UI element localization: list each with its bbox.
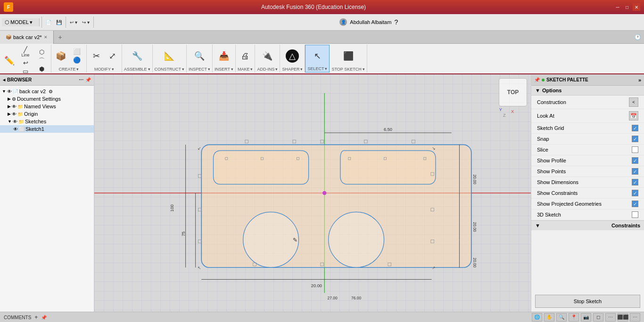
new-tab-button[interactable]: + <box>54 31 67 44</box>
sketch-3d-row[interactable]: 3D Sketch <box>531 209 644 220</box>
ribbon-btn-sketch-line[interactable]: ╱Line <box>18 46 33 58</box>
maximize-button[interactable]: □ <box>623 3 631 11</box>
help-icon[interactable]: ? <box>394 18 398 26</box>
ribbon-btn-insert[interactable]: 📥 <box>216 51 231 61</box>
ribbon-btn-create-extrude[interactable]: 📦 <box>53 51 68 61</box>
ribbon-btn-sketch-rect[interactable]: ▭ <box>18 67 33 74</box>
sketch-grid-row[interactable]: Sketch Grid <box>531 123 644 134</box>
ribbon-btn-shaper[interactable]: △ <box>284 48 301 64</box>
insert-dropdown-icon[interactable]: ▾ <box>231 67 233 72</box>
status-btn-8[interactable]: ⬛⬛ <box>618 313 628 322</box>
comments-pin-icon[interactable]: 📌 <box>41 315 47 320</box>
browser-menu-icon[interactable]: ⋯ <box>79 77 83 82</box>
profile-icon[interactable]: 👤 <box>339 18 347 26</box>
tree-visible-icon-4[interactable]: 👁 <box>12 112 17 117</box>
active-tab[interactable]: 📦 back car v2* ✕ <box>0 31 54 44</box>
show-constraints-row[interactable]: Show Constraints <box>531 188 644 199</box>
browser-pin-icon[interactable]: 📌 <box>85 77 91 82</box>
ribbon-btn-sketch-pencil[interactable]: ✏️ <box>2 56 17 66</box>
ribbon-btn-addins[interactable]: 🔌 <box>260 51 275 61</box>
tab-history-icon[interactable]: 🕐 <box>634 34 641 40</box>
tree-item-named-views[interactable]: ▶ 👁 📁 Named Views <box>0 103 94 110</box>
stop-sketch-dropdown-icon[interactable]: ▾ <box>363 67 365 72</box>
ribbon-btn-assemble[interactable]: 🔧 <box>130 51 145 61</box>
status-btn-7[interactable]: ⋯ <box>605 313 616 322</box>
tree-item-sketch1[interactable]: 👁 ⬜ Sketch1 <box>0 125 94 133</box>
tab-close-button[interactable]: ✕ <box>44 35 48 40</box>
show-constraints-checkbox[interactable] <box>632 190 638 196</box>
undo-button[interactable]: ↩ ▾ <box>68 16 79 29</box>
ribbon-btn-make[interactable]: 🖨 <box>238 51 253 61</box>
construct-dropdown-icon[interactable]: ▾ <box>182 67 184 72</box>
tree-settings-icon[interactable]: ⚙ <box>49 89 53 94</box>
show-profile-checkbox[interactable] <box>632 157 638 164</box>
status-btn-2[interactable]: ✋ <box>544 313 554 322</box>
status-btn-4[interactable]: 📍 <box>569 313 579 322</box>
options-section-header[interactable]: ▼ Options <box>531 86 644 96</box>
show-points-row[interactable]: Show Points <box>531 166 644 177</box>
nav-cube[interactable]: TOP <box>499 78 527 106</box>
snap-row[interactable]: Snap <box>531 134 644 145</box>
ribbon-btn-modify-move[interactable]: ⤢ <box>105 51 120 61</box>
inspect-dropdown-icon[interactable]: ▾ <box>208 67 210 72</box>
modify-dropdown-icon[interactable]: ▾ <box>112 67 114 72</box>
comments-add-icon[interactable]: + <box>34 314 38 321</box>
addins-dropdown-icon[interactable]: ▾ <box>275 67 278 72</box>
assemble-dropdown-icon[interactable]: ▾ <box>148 67 150 72</box>
slice-checkbox[interactable] <box>632 146 638 153</box>
ribbon-btn-modify-trim[interactable]: ✂ <box>89 51 104 61</box>
constraints-section-header[interactable]: ▼ Constraints <box>531 220 644 230</box>
construction-row[interactable]: Construction < <box>531 96 644 109</box>
shaper-dropdown-icon[interactable]: ▾ <box>300 67 303 72</box>
minimize-button[interactable]: ─ <box>614 3 621 11</box>
ribbon-btn-create-cyl[interactable]: 🔵 <box>69 56 84 64</box>
tree-item-doc-settings[interactable]: ▶ ⚙ Document Settings <box>0 95 94 103</box>
stop-sketch-button[interactable]: Stop Sketch <box>535 295 640 308</box>
ribbon-btn-sketch-poly[interactable]: ⬢ <box>34 65 49 73</box>
status-btn-6[interactable]: ◻ <box>593 313 603 322</box>
construction-arrow-btn[interactable]: < <box>629 97 638 107</box>
show-dimensions-checkbox[interactable] <box>632 179 638 185</box>
ribbon-btn-sketch-circle[interactable]: ⬡ <box>34 48 49 56</box>
look-at-row[interactable]: Look At 📅 <box>531 109 644 123</box>
status-btn-9[interactable]: ⋯ <box>630 313 640 322</box>
model-selector[interactable]: ⬡ MODEL ▾ <box>2 18 40 26</box>
status-btn-1[interactable]: 🌐 <box>532 313 542 322</box>
tree-item-root[interactable]: ▼ 👁 📄 back car v2 ⚙ <box>0 88 94 95</box>
ribbon-btn-inspect[interactable]: 🔍 <box>192 51 207 61</box>
tree-visible-icon-5[interactable]: 👁 <box>13 119 17 124</box>
palette-pin-icon[interactable]: 📌 <box>534 77 540 82</box>
browser-expand-icon[interactable]: ◂ <box>3 77 5 82</box>
tree-visible-icon[interactable]: 👁 <box>7 89 12 94</box>
status-btn-3[interactable]: 🔍 <box>556 313 567 322</box>
canvas-area[interactable]: 6.50 20.00 20.00 20.00 20.00 100 75 27.0… <box>94 74 531 312</box>
select-dropdown-icon[interactable]: ▾ <box>325 66 327 71</box>
tree-visible-icon-3[interactable]: 👁 <box>12 104 17 109</box>
tree-item-sketches[interactable]: ▼ 👁 📁 Sketches <box>0 118 94 125</box>
ribbon-btn-create-box[interactable]: ⬜ <box>69 48 84 56</box>
palette-collapse-icon[interactable]: » <box>638 77 641 83</box>
redo-button[interactable]: ↪ ▾ <box>80 16 91 29</box>
ribbon-btn-sketch-undo[interactable]: ↩ <box>18 59 33 67</box>
close-button[interactable]: ✕ <box>633 3 640 11</box>
tree-item-origin[interactable]: ▶ 👁 📁 Origin <box>0 110 94 118</box>
show-dimensions-row[interactable]: Show Dimensions <box>531 177 644 188</box>
sketch-grid-checkbox[interactable] <box>632 125 638 131</box>
slice-row[interactable]: Slice <box>531 145 644 155</box>
tree-visible-icon-6[interactable]: 👁 <box>13 127 18 132</box>
sketch-3d-checkbox[interactable] <box>632 211 638 218</box>
save-button[interactable]: 💾 <box>54 16 64 29</box>
show-projected-checkbox[interactable] <box>632 201 638 207</box>
snap-checkbox[interactable] <box>632 136 638 142</box>
look-at-btn[interactable]: 📅 <box>629 111 638 121</box>
new-button[interactable]: 📄 <box>44 16 53 29</box>
show-projected-row[interactable]: Show Projected Geometries <box>531 199 644 209</box>
ribbon-btn-stop-sketch[interactable]: ⬛ <box>341 51 356 61</box>
ribbon-btn-select[interactable]: ↖ <box>310 51 325 61</box>
show-profile-row[interactable]: Show Profile <box>531 155 644 166</box>
ribbon-btn-sketch-arc[interactable]: ⌒ <box>34 56 49 64</box>
ribbon-btn-construct[interactable]: 📐 <box>162 51 177 61</box>
show-points-checkbox[interactable] <box>632 168 638 175</box>
create-dropdown-icon[interactable]: ▾ <box>76 67 79 72</box>
status-btn-5[interactable]: 📷 <box>581 313 591 322</box>
